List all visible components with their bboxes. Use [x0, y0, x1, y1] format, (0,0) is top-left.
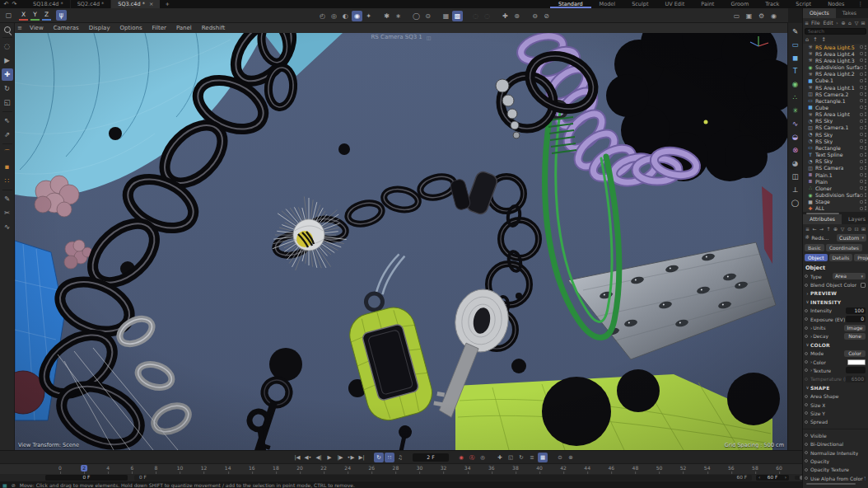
object-row[interactable]: ◔RS Sky: [803, 138, 868, 144]
attr-button-control[interactable]: Image: [844, 325, 866, 331]
edge-mode[interactable]: ∷: [2, 175, 13, 187]
visibility-dots-icon[interactable]: [865, 166, 866, 167]
anim-dot-icon[interactable]: [805, 274, 808, 278]
object-row[interactable]: ☼RS Area Light: [803, 111, 868, 118]
attr-button-control[interactable]: Color: [844, 350, 866, 357]
visibility-dots-icon[interactable]: [865, 92, 866, 94]
layout-menu-icon[interactable]: ⋮: [853, 1, 868, 7]
gouraud-icon[interactable]: ◉: [352, 11, 362, 21]
section-preview[interactable]: ›PREVIEW: [803, 289, 868, 298]
visibility-dots-icon[interactable]: [865, 86, 866, 87]
next-key[interactable]: •▶: [346, 453, 356, 462]
visibility-toggles[interactable]: [860, 199, 868, 204]
axis-lock-z[interactable]: Z: [42, 10, 51, 21]
visibility-dots-icon[interactable]: [865, 159, 866, 161]
disabled-b-icon[interactable]: ◌: [482, 11, 492, 21]
field-object[interactable]: ◒: [790, 131, 801, 143]
object-row[interactable]: ◫RS Camera.1: [803, 124, 868, 131]
section-shape[interactable]: ∨SHAPE: [803, 383, 868, 392]
visibility-dots-icon[interactable]: [865, 133, 866, 134]
doc-tab-sq3[interactable]: SQ3.c4d *×: [111, 0, 160, 8]
visibility-toggles[interactable]: [860, 52, 868, 56]
up-icon[interactable]: ↑: [813, 36, 817, 43]
tab-object[interactable]: Object: [805, 254, 828, 261]
visibility-toggles[interactable]: [860, 106, 868, 110]
layout-tab-groom[interactable]: Groom: [722, 0, 757, 8]
expand-icon[interactable]: ›: [810, 359, 812, 364]
display-toggle-icon[interactable]: [860, 113, 863, 116]
next-frame[interactable]: |▶: [335, 453, 345, 462]
key-scale[interactable]: ◱: [506, 453, 516, 462]
object-row[interactable]: ≣Plain: [803, 178, 868, 185]
forward-icon[interactable]: →: [819, 226, 824, 232]
object-row[interactable]: ≣Plain.1: [803, 171, 868, 178]
knife-tool[interactable]: ✂: [2, 207, 13, 219]
axis-lock-x[interactable]: X: [19, 10, 28, 21]
viewport-3d[interactable]: RS Camera SQ3 1 ◫ View Transform: Scene …: [15, 33, 787, 450]
deformer[interactable]: ⊗: [790, 144, 801, 157]
render-picture-viewer-icon[interactable]: ▣: [744, 11, 754, 21]
material-object[interactable]: ◯: [790, 197, 801, 209]
object-list-scrollbar[interactable]: [803, 212, 868, 214]
anim-dot-icon[interactable]: [805, 451, 808, 454]
disabled-a-icon[interactable]: ◌: [470, 11, 481, 21]
display-toggle-icon[interactable]: [860, 180, 863, 183]
visibility-dots-icon[interactable]: [865, 186, 866, 188]
home-icon[interactable]: ⌂: [805, 36, 809, 43]
tab-details[interactable]: Details: [829, 254, 853, 261]
layout-tab-nodes[interactable]: Nodes: [819, 0, 852, 8]
display-toggle-icon[interactable]: [860, 194, 863, 197]
menu-file[interactable]: File: [810, 20, 821, 26]
spline-pen[interactable]: ✎: [790, 26, 801, 38]
display-toggle-icon[interactable]: [860, 133, 863, 136]
plane-lock-icon[interactable]: ⊙: [422, 11, 433, 21]
visibility-toggles[interactable]: [860, 146, 868, 150]
object-row[interactable]: ☼RS Area Light.3: [803, 57, 868, 63]
visibility-toggles[interactable]: [860, 45, 868, 49]
display-toggle-icon[interactable]: [860, 200, 863, 204]
timeline-ruler[interactable]: 0246810121416182022242628303234363840424…: [0, 463, 868, 474]
goto-end[interactable]: ▶|: [357, 453, 366, 462]
find-tool-icon[interactable]: [4, 26, 11, 33]
floor-object[interactable]: ⊥: [790, 184, 801, 196]
keyframe-selection[interactable]: ◎: [478, 453, 488, 462]
scale-tool[interactable]: ◱: [2, 96, 13, 109]
back-icon[interactable]: ←: [812, 226, 818, 232]
axis-tool-icon[interactable]: ψ: [56, 10, 67, 21]
modifier-icon[interactable]: ⊘: [541, 11, 552, 21]
anim-dot-icon[interactable]: [805, 335, 808, 338]
render-settings-icon[interactable]: ⚙: [756, 11, 767, 21]
visibility-dots-icon[interactable]: [865, 99, 866, 101]
generator[interactable]: ✳: [790, 105, 801, 117]
doc-tab-sq2[interactable]: SQ2.c4d *: [71, 0, 112, 8]
visibility-dots-icon[interactable]: [865, 106, 866, 107]
display-toggle-icon[interactable]: [860, 160, 863, 163]
anim-dot-icon[interactable]: [805, 420, 808, 424]
object-row[interactable]: ◉Subdivision Surface: [803, 191, 868, 198]
playhead[interactable]: 2: [81, 465, 87, 472]
key-position[interactable]: ✚: [495, 453, 505, 462]
visibility-dots-icon[interactable]: [865, 72, 866, 73]
visibility-toggles[interactable]: [860, 193, 868, 197]
camera-label[interactable]: RS Camera SQ3 1 ◫: [371, 34, 432, 40]
object-row[interactable]: ■Cube: [803, 104, 868, 110]
visibility-toggles[interactable]: [860, 92, 868, 96]
rectangle-spline[interactable]: ▭: [790, 39, 801, 51]
visibility-dots-icon[interactable]: [865, 206, 866, 208]
pose-icon[interactable]: ∗: [393, 11, 404, 21]
visibility-toggles[interactable]: [860, 166, 868, 170]
anim-dot-icon[interactable]: [805, 434, 808, 437]
anim-dot-icon[interactable]: [805, 443, 808, 446]
stepper-prev-icon[interactable]: ‹: [758, 475, 760, 481]
pen-tool[interactable]: ✎: [2, 193, 13, 205]
display-toggle-icon[interactable]: [860, 146, 863, 149]
menu-edit[interactable]: Edit: [823, 20, 834, 26]
visibility-dots-icon[interactable]: [865, 180, 866, 181]
isoline-icon[interactable]: ✦: [363, 11, 374, 21]
object-row[interactable]: ◫RS Camera: [803, 165, 868, 171]
visibility-toggles[interactable]: [860, 186, 868, 190]
attr-dropdown-control[interactable]: Area: [833, 273, 866, 279]
new-tab-button[interactable]: +: [160, 0, 174, 8]
display-toggle-icon[interactable]: [860, 167, 863, 170]
render-view-icon[interactable]: ▭: [731, 11, 742, 21]
